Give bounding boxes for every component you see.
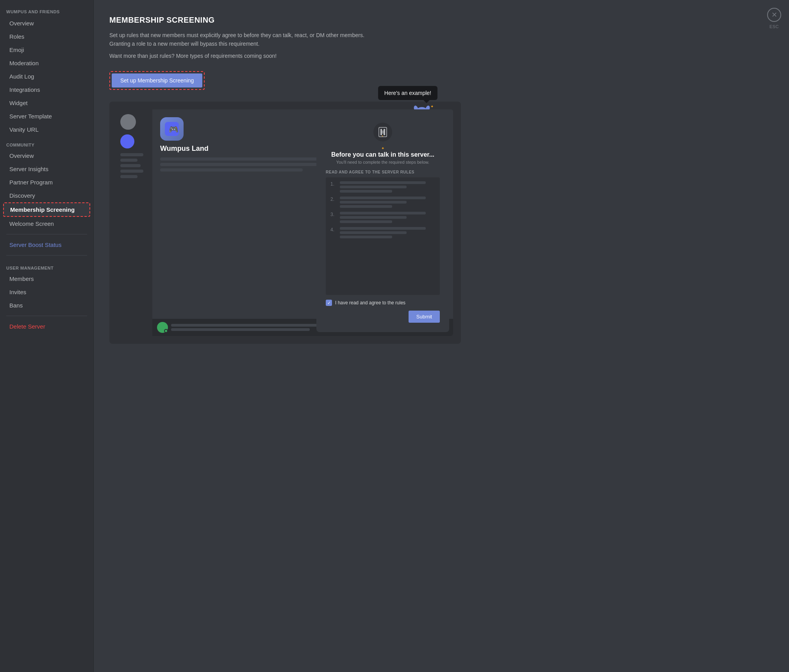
divider-3 — [6, 316, 87, 316]
rule-line-d — [340, 197, 426, 199]
sidebar-item-server-insights[interactable]: Server Insights — [3, 163, 90, 175]
info-line-3 — [160, 168, 303, 172]
rule-line-a — [340, 181, 426, 184]
rule-line-e — [340, 201, 407, 204]
user-line-2 — [171, 328, 310, 331]
page-title: MEMBERSHIP SCREENING — [109, 16, 773, 25]
svg-rect-18 — [382, 130, 384, 134]
sidebar-item-label: Delete Server — [9, 323, 45, 330]
rule-line-j — [340, 227, 426, 230]
server-name: WUMPUS AND FRIENDS — [0, 6, 93, 16]
submit-button[interactable]: Submit — [409, 311, 440, 323]
rule-lines-4 — [340, 227, 435, 238]
sidebar-item-label: Members — [9, 275, 34, 282]
rule-item-4: 4. — [330, 227, 435, 238]
sidebar-item-label: Audit Log — [9, 73, 34, 80]
sidebar-item-invites[interactable]: Invites — [3, 286, 90, 298]
mockup-avatar-1 — [120, 114, 136, 130]
agree-checkbox-row: ✓ I have read and agree to the rules — [326, 300, 440, 306]
rule-lines-1 — [340, 181, 435, 193]
close-button[interactable]: ✕ — [767, 8, 781, 22]
status-dot — [164, 329, 168, 333]
rule-line-l — [340, 236, 392, 238]
server-icon: 🎮 — [160, 117, 184, 141]
sidebar-item-label: Widget — [9, 100, 28, 106]
sidebar-item-label: Invites — [9, 289, 26, 295]
rule-item-2: 2. — [330, 197, 435, 208]
server-panel: 🎮 Wumpus Land — [152, 109, 453, 336]
modal-gate-icon: ⋆ — [373, 123, 392, 141]
rule-line-f — [340, 205, 392, 208]
rule-line-k — [340, 231, 407, 234]
mockup-avatar-2 — [120, 134, 134, 148]
rule-line-g — [340, 212, 426, 214]
sidebar-item-server-boost[interactable]: Server Boost Status — [3, 238, 90, 251]
divider-1 — [6, 234, 87, 234]
sidebar-item-label: Server Insights — [9, 166, 48, 172]
sidebar-item-delete-server[interactable]: Delete Server — [3, 320, 90, 333]
description-1: Set up rules that new members must expli… — [109, 31, 383, 48]
rule-lines-2 — [340, 197, 435, 208]
sidebar-item-moderation[interactable]: Moderation — [3, 57, 90, 70]
agree-label: I have read and agree to the rules — [335, 300, 405, 306]
sidebar-item-label: Roles — [9, 33, 24, 40]
rule-line-h — [340, 216, 407, 219]
agree-checkbox[interactable]: ✓ — [326, 300, 332, 306]
divider-2 — [6, 255, 87, 256]
preview-area: Here's an example! — [109, 102, 461, 344]
rule-lines-3 — [340, 212, 435, 223]
sidebar-item-members[interactable]: Members — [3, 272, 90, 285]
rule-item-3: 3. — [330, 212, 435, 223]
sidebar-item-partner-program[interactable]: Partner Program — [3, 176, 90, 189]
discord-mockup: 🎮 Wumpus Land — [117, 109, 453, 336]
sidebar-item-label: Server Boost Status — [9, 241, 61, 248]
sidebar-item-label: Discovery — [9, 192, 35, 199]
sidebar-item-label: Welcome Screen — [9, 220, 54, 227]
sidebar-item-community-overview[interactable]: Overview — [3, 149, 90, 162]
tooltip-bubble: Here's an example! — [378, 86, 437, 100]
mockup-channel-sidebar — [117, 109, 152, 336]
mockup-line-2 — [120, 159, 137, 162]
sidebar-item-roles[interactable]: Roles — [3, 30, 90, 43]
server-icon-svg: 🎮 — [165, 122, 179, 136]
sidebar-item-label: Integrations — [9, 86, 40, 93]
sidebar-item-vanity-url[interactable]: Vanity URL — [3, 123, 90, 136]
rule-line-b — [340, 186, 407, 188]
sidebar-item-integrations[interactable]: Integrations — [3, 83, 90, 96]
mockup-line-1 — [120, 153, 143, 156]
settings-sidebar: WUMPUS AND FRIENDS Overview Roles Emoji … — [0, 0, 94, 672]
gate-icon-svg: ⋆ — [377, 127, 388, 138]
sidebar-item-discovery[interactable]: Discovery — [3, 189, 90, 202]
mockup-line-3 — [120, 164, 141, 167]
community-section-title: COMMUNITY — [0, 136, 93, 149]
setup-btn-wrapper: Set up Membership Screening — [109, 71, 205, 90]
screening-modal: ⋆ ✦ Before you can talk in this server..… — [316, 113, 449, 332]
user-management-title: USER MANAGEMENT — [0, 259, 93, 272]
mockup-line-5 — [120, 175, 137, 178]
sidebar-item-welcome-screen[interactable]: Welcome Screen — [3, 217, 90, 230]
sidebar-item-widget[interactable]: Widget — [3, 97, 90, 109]
modal-subtitle: You'll need to complete the required ste… — [326, 160, 440, 164]
description-2: Want more than just rules? More types of… — [109, 52, 383, 60]
sidebar-item-label: Bans — [9, 302, 23, 309]
tooltip-text: Here's an example! — [384, 90, 431, 96]
sidebar-item-label: Overview — [9, 152, 34, 159]
esc-label: ESC — [769, 24, 779, 29]
setup-membership-screening-button[interactable]: Set up Membership Screening — [112, 73, 202, 88]
sidebar-section-general: Overview Roles Emoji Moderation Audit Lo… — [0, 17, 93, 136]
sidebar-item-label: Membership Screening — [10, 206, 75, 213]
sidebar-item-emoji[interactable]: Emoji — [3, 43, 90, 56]
mockup-user-avatar — [157, 322, 168, 333]
sidebar-item-label: Server Template — [9, 113, 52, 120]
rule-line-i — [340, 220, 392, 223]
svg-text:✦: ✦ — [430, 104, 434, 109]
sidebar-item-label: Overview — [9, 20, 34, 27]
close-icon: ✕ — [771, 11, 777, 19]
sidebar-item-overview[interactable]: Overview — [3, 17, 90, 30]
sidebar-item-server-template[interactable]: Server Template — [3, 110, 90, 123]
sidebar-item-bans[interactable]: Bans — [3, 299, 90, 312]
rule-num-4: 4. — [330, 227, 337, 238]
sidebar-item-audit-log[interactable]: Audit Log — [3, 70, 90, 83]
rule-item-1: 1. — [330, 181, 435, 193]
sidebar-item-membership-screening[interactable]: Membership Screening — [3, 202, 90, 217]
